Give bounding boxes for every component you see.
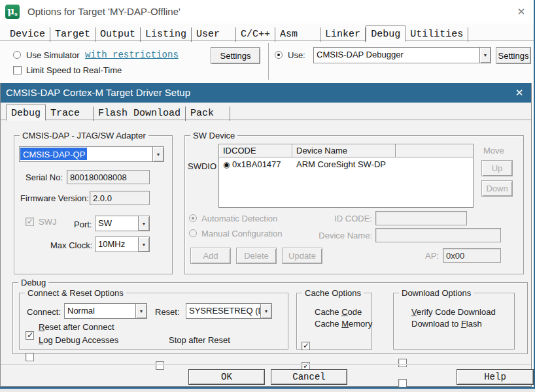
tab-linker[interactable]: Linker (320, 27, 366, 42)
max-clock-select-value: 10MHz (95, 237, 138, 252)
download-options-group-label: Download Options (399, 288, 474, 298)
manual-configuration-label: Manual Configuration (201, 229, 283, 238)
use-debugger-radio[interactable] (275, 51, 283, 59)
chevron-down-icon[interactable]: ▼ (138, 237, 149, 252)
selected-row-marker-icon: ◉ (223, 160, 230, 169)
ap-field: 0x00 (443, 248, 501, 263)
max-clock-select[interactable]: 10MHz ▼ (95, 237, 150, 252)
port-select[interactable]: SW ▼ (95, 216, 150, 231)
connect-label: Connect: (27, 307, 61, 317)
swj-label: SWJ (39, 217, 56, 227)
ok-button[interactable]: OK (188, 369, 265, 385)
verify-code-download-label: Verify Code Download (411, 307, 496, 317)
firmware-version-field: 2.0.0 (90, 191, 150, 205)
reset-select-value: SYSRESETREQ (D (186, 304, 260, 318)
tab-utilities[interactable]: Utilities (406, 27, 468, 42)
ap-label: AP: (413, 251, 439, 261)
background-window-edge (0, 389, 535, 392)
tab-device[interactable]: Device (5, 27, 50, 42)
tab-user[interactable]: User (192, 27, 236, 42)
dialog-titlebar: CMSIS-DAP Cortex-M Target Driver Setup ✕ (1, 83, 531, 103)
update-button[interactable]: Update (282, 248, 322, 264)
screen: μs Options for Target 'MY-DAP-Offline' ✕… (0, 0, 535, 392)
move-down-button[interactable]: Down (481, 180, 513, 197)
id-code-field (375, 211, 467, 225)
tab-debug[interactable]: Debug (366, 25, 406, 42)
tab-debug-inner[interactable]: Debug (6, 105, 46, 121)
connect-select[interactable]: Normal ▼ (64, 303, 147, 319)
cache-code-checkbox[interactable] (302, 342, 310, 350)
tab-target[interactable]: Target (50, 27, 95, 42)
add-button[interactable]: Add (190, 248, 231, 264)
table-row[interactable]: ◉ 0x1BA01477 ARM CoreSight SW-DP (219, 157, 473, 169)
automatic-detection-radio (189, 214, 197, 222)
adapter-group-label: CMSIS-DAP - JTAG/SW Adapter (20, 131, 148, 140)
chevron-down-icon[interactable]: ▼ (152, 147, 164, 161)
swdio-label: SWDIO (188, 161, 216, 171)
sw-device-group-label: SW Device (190, 131, 237, 140)
device-name-field (375, 228, 501, 242)
device-name-label: Device Name: (313, 231, 372, 240)
connect-reset-group-label: Connect & Reset Options (25, 288, 126, 298)
tab-asm[interactable]: Asm (275, 27, 320, 42)
cmsis-dap-dialog: CMSIS-DAP Cortex-M Target Driver Setup ✕… (0, 83, 532, 387)
debugger-select-value: CMSIS-DAP Debugger (314, 48, 479, 63)
verify-code-download-checkbox[interactable] (398, 359, 407, 367)
tab-flash-download[interactable]: Flash Download (94, 106, 186, 121)
sw-device-table[interactable]: IDCODE Device Name ◉ 0x1BA01477 ARM Core… (218, 144, 474, 208)
move-up-button[interactable]: Up (481, 160, 513, 176)
simulator-settings-button[interactable]: Settings (211, 47, 260, 64)
limit-speed-checkbox[interactable] (13, 66, 22, 74)
divider (1, 365, 531, 365)
log-debug-accesses-checkbox[interactable] (26, 353, 34, 361)
tab-listing[interactable]: Listing (141, 27, 192, 42)
column-header-device-name: Device Name (292, 144, 396, 157)
debugger-settings-button[interactable]: Settings (496, 47, 531, 64)
chevron-down-icon[interactable]: ▼ (138, 216, 149, 231)
connect-select-value: Normal (65, 304, 135, 318)
chevron-down-icon[interactable]: ▼ (135, 304, 147, 318)
serial-no-field: 800180008008 (67, 170, 150, 184)
download-to-flash-checkbox[interactable] (398, 379, 407, 387)
serial-no-label: Serial No: (26, 172, 63, 182)
divider (268, 43, 269, 80)
tab-trace[interactable]: Trace (46, 106, 94, 121)
tab-pack[interactable]: Pack (186, 106, 230, 121)
options-tab-strip: Device Target Output Listing User C/C++ … (5, 25, 468, 42)
firmware-version-label: Firmware Version: (20, 193, 89, 203)
close-icon[interactable]: ✕ (514, 5, 528, 19)
automatic-detection-label: Automatic Detection (201, 214, 277, 223)
help-button[interactable]: Help (457, 369, 534, 385)
chevron-down-icon[interactable]: ▼ (260, 304, 271, 318)
debug-group-label: Debug (18, 278, 48, 287)
manual-configuration-radio (189, 229, 197, 237)
tab-cpp[interactable]: C/C++ (236, 27, 275, 42)
use-label: Use: (288, 50, 305, 60)
download-to-flash-label: Download to Flash (411, 319, 482, 329)
log-debug-accesses-label: Log Debug Accesses (39, 335, 118, 345)
close-icon[interactable]: ✕ (512, 86, 526, 100)
dialog-title: CMSIS-DAP Cortex-M Target Driver Setup (6, 87, 190, 98)
uvision-icon: μs (5, 5, 20, 19)
chevron-down-icon[interactable]: ▼ (479, 48, 491, 63)
debugger-select[interactable]: CMSIS-DAP Debugger ▼ (313, 47, 491, 63)
use-simulator-radio[interactable] (13, 51, 21, 59)
with-restrictions-link[interactable]: with restrictions (85, 50, 179, 60)
stop-after-reset-checkbox[interactable] (156, 361, 164, 370)
idcode-cell: ◉ 0x1BA01477 (219, 159, 292, 169)
cache-code-label: Cache Code (315, 307, 362, 317)
reset-after-connect-checkbox[interactable] (26, 331, 34, 340)
max-clock-label: Max Clock: (50, 240, 92, 250)
tab-output[interactable]: Output (95, 27, 141, 42)
id-code-label: ID CODE: (328, 214, 372, 223)
delete-button[interactable]: Delete (236, 248, 277, 264)
swj-checkbox (26, 218, 34, 226)
reset-select[interactable]: SYSRESETREQ (D ▼ (186, 303, 272, 319)
column-header-blank (396, 144, 473, 157)
cancel-button[interactable]: Cancel (271, 369, 347, 385)
cache-memory-label: Cache Memory (315, 319, 372, 329)
device-name-cell: ARM CoreSight SW-DP (292, 159, 396, 169)
window-titlebar: μs Options for Target 'MY-DAP-Offline' ✕ (0, 0, 534, 24)
adapter-select[interactable]: CMSIS-DAP-QP ▼ (19, 146, 164, 162)
use-simulator-label: Use Simulator (26, 50, 80, 60)
